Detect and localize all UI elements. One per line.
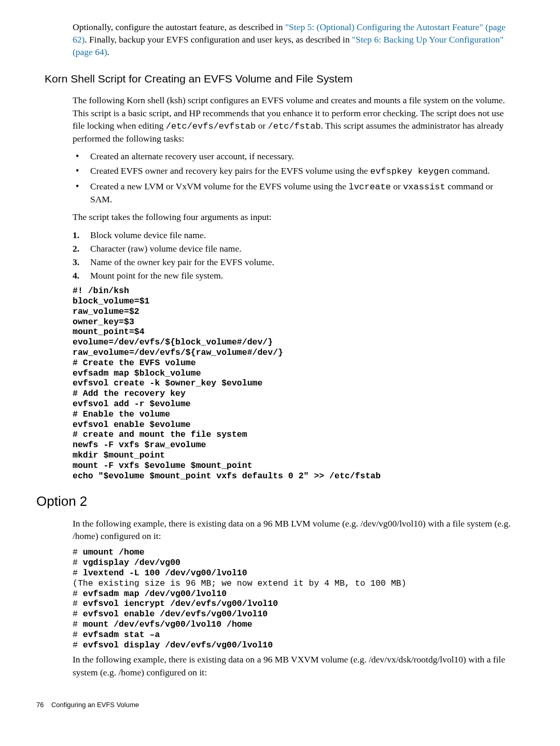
- korn-p2: The script takes the following four argu…: [73, 211, 513, 223]
- korn-p1: The following Korn shell (ksh) script co…: [73, 94, 513, 145]
- intro-text-b: . Finally, backup your EVFS configuratio…: [85, 34, 352, 45]
- cmd-evfspkey: evfspkey keygen: [370, 167, 450, 176]
- path-evfstab: /etc/evfs/evfstab: [166, 121, 256, 131]
- bullet-3-b: or: [391, 181, 403, 191]
- bullet-1: Created an alternate recovery user accou…: [73, 150, 513, 162]
- intro-text-c: .: [107, 47, 109, 57]
- footer-title: Configuring an EVFS Volume: [51, 701, 139, 709]
- intro-text-a: Optionally, configure the autostart feat…: [73, 22, 285, 32]
- option2-p2: In the following example, there is exist…: [73, 653, 513, 678]
- num-3-text: Name of the owner key pair for the EVFS …: [90, 257, 274, 267]
- num-3: 3.Name of the owner key pair for the EVF…: [73, 256, 513, 268]
- num-2-label: 2.: [73, 242, 79, 255]
- page-number: 76: [36, 701, 44, 709]
- num-1-text: Block volume device file name.: [90, 230, 206, 240]
- ksh-script-text: #! /bin/ksh block_volume=$1 raw_volume=$…: [73, 286, 381, 480]
- bullet-2-a: Created EVFS owner and recovery key pair…: [90, 165, 370, 176]
- intro-paragraph: Optionally, configure the autostart feat…: [73, 21, 513, 58]
- cmd-lvcreate: lvcreate: [348, 182, 391, 192]
- cmd-vxassist: vxassist: [403, 182, 445, 192]
- num-3-label: 3.: [73, 256, 79, 268]
- num-1-label: 1.: [73, 229, 79, 241]
- bullet-1-text: Created an alternate recovery user accou…: [90, 151, 294, 161]
- bullet-2-b: command.: [450, 165, 490, 176]
- num-2: 2.Character (raw) volume device file nam…: [73, 242, 513, 255]
- num-4: 4.Mount point for the new file system.: [73, 269, 513, 282]
- num-4-text: Mount point for the new file system.: [90, 270, 223, 281]
- num-4-label: 4.: [73, 269, 79, 282]
- bullet-3: Created a new LVM or VxVM volume for the…: [73, 180, 513, 206]
- ksh-script-block: #! /bin/ksh block_volume=$1 raw_volume=$…: [73, 286, 513, 481]
- heading-option-2: Option 2: [36, 492, 513, 511]
- num-2-text: Character (raw) volume device file name.: [90, 243, 242, 254]
- bullet-3-a: Created a new LVM or VxVM volume for the…: [90, 181, 348, 191]
- num-1: 1.Block volume device file name.: [73, 229, 513, 241]
- heading-korn-script: Korn Shell Script for Creating an EVFS V…: [45, 72, 513, 87]
- bullet-2: Created EVFS owner and recovery key pair…: [73, 164, 513, 177]
- bullet-list: Created an alternate recovery user accou…: [73, 150, 513, 205]
- path-fstab: /etc/fstab: [268, 121, 321, 131]
- option2-code-block: # umount /home # vgdisplay /dev/vg00 # l…: [73, 547, 513, 650]
- korn-p1-b: or: [256, 120, 268, 131]
- numbered-list: 1.Block volume device file name. 2.Chara…: [73, 229, 513, 282]
- option2-p1: In the following example, there is exist…: [73, 517, 513, 542]
- page-footer: 76 Configuring an EVFS Volume: [36, 700, 513, 710]
